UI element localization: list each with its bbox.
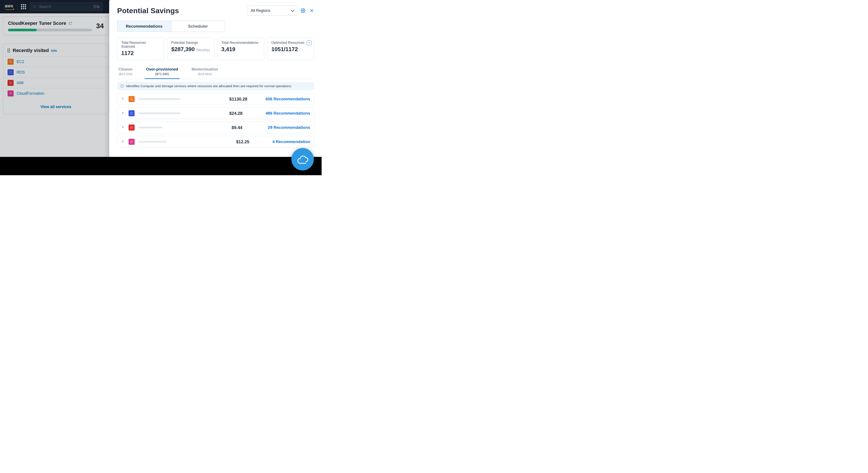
stat-value: 3,419 <box>221 46 260 53</box>
panel-segment-tabs: Recommendations Scheduler <box>117 21 225 32</box>
recommendation-row-1[interactable]: $24.28 486 Recommendations <box>117 108 314 119</box>
stat-label: Total Recommendations <box>221 41 260 45</box>
subtab-modernisation[interactable]: Modernisation($18,664) <box>190 65 219 79</box>
usage-bar <box>138 112 181 114</box>
stat-card-3: Optimized Resources 1051/1172 <box>267 37 314 60</box>
stat-card-0: Total Resources Scanned 1172 <box>117 37 164 60</box>
cloud-icon <box>296 155 309 164</box>
open-link-icon[interactable] <box>307 40 311 45</box>
stat-card-2: Total Recommendations 3,419 <box>217 37 264 60</box>
recommendation-list: $1130.28 606 Recommendations $24.28 486 … <box>117 93 314 148</box>
stat-value: 1172 <box>121 50 160 57</box>
stat-label: Optimized Resources <box>271 41 310 45</box>
usage-bar <box>138 98 181 100</box>
row-price: $12.25 <box>236 139 269 144</box>
row-recommendation-count[interactable]: 4 Recommendation <box>273 139 310 144</box>
tab-scheduler[interactable]: Scheduler <box>171 21 225 32</box>
stat-value: $287,390(Monthly) <box>171 46 210 53</box>
usage-bar <box>138 141 166 143</box>
info-icon <box>120 84 124 88</box>
svg-point-18 <box>131 127 131 128</box>
chevron-right-icon[interactable] <box>121 97 125 101</box>
subtab-cleaner[interactable]: Cleaner($23,534) <box>117 65 134 79</box>
panel-title: Potential Savings <box>117 6 179 15</box>
stats-row: Total Resources Scanned 1172 Potential S… <box>117 37 314 60</box>
bottom-strip <box>0 157 321 175</box>
chevron-right-icon[interactable] <box>121 126 125 129</box>
usage-bar <box>138 127 162 128</box>
iam-icon <box>129 124 134 130</box>
tab-recommendations[interactable]: Recommendations <box>117 21 171 32</box>
row-recommendation-count[interactable]: 486 Recommendations <box>266 111 310 116</box>
region-selector[interactable]: All Regions <box>247 6 297 16</box>
stat-label: Total Resources Scanned <box>121 41 160 49</box>
stat-card-1: Potential Savings $287,390(Monthly) <box>167 37 214 60</box>
svg-rect-16 <box>131 112 132 114</box>
recommendation-row-2[interactable]: $9.44 29 Recommendations <box>117 122 314 134</box>
svg-point-8 <box>303 10 304 11</box>
row-price: $9.44 <box>232 125 264 130</box>
rds-icon <box>129 110 134 116</box>
cf-icon <box>129 139 134 145</box>
row-price: $1130.28 <box>229 97 262 101</box>
row-recommendation-count[interactable]: 606 Recommendations <box>266 97 310 101</box>
stat-value: 1051/1172 <box>271 46 310 53</box>
chevron-right-icon[interactable] <box>121 111 125 115</box>
settings-icon[interactable] <box>301 8 306 13</box>
row-recommendation-count[interactable]: 29 Recommendations <box>268 125 310 130</box>
chevron-right-icon[interactable] <box>121 140 125 144</box>
ec2-icon <box>129 96 134 102</box>
recommendation-row-0[interactable]: $1130.28 606 Recommendations <box>117 93 314 105</box>
potential-savings-panel: Potential Savings All Regions Recommenda… <box>109 0 321 175</box>
cloud-assistant-fab[interactable] <box>291 148 314 171</box>
row-price: $24.28 <box>229 111 262 116</box>
info-banner: Identifies Compute and Storage services … <box>117 82 314 90</box>
svg-rect-14 <box>130 98 132 99</box>
stat-label: Potential Savings <box>171 41 210 45</box>
svg-rect-15 <box>131 99 133 100</box>
close-icon[interactable] <box>309 8 314 13</box>
category-subtabs: Cleaner($23,534) Over-provisioned($72,54… <box>117 65 314 79</box>
svg-rect-19 <box>130 141 132 143</box>
recommendation-row-3[interactable]: $12.25 4 Recommendation <box>117 136 314 148</box>
subtab-over-provisioned[interactable]: Over-provisioned($72,540) <box>145 65 180 79</box>
